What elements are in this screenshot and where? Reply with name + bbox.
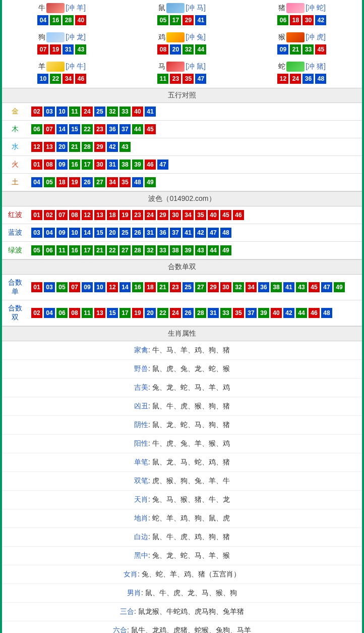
attr-key: 野兽	[134, 364, 148, 373]
zodiac-title: 蛇[冲 猪]	[242, 62, 362, 72]
number-ball: 14	[119, 282, 131, 292]
number-ball: 36	[107, 124, 118, 134]
number-ball: 46	[309, 308, 320, 318]
number-ball: 42	[195, 228, 206, 238]
number-ball: 15	[107, 308, 118, 318]
number-ball: 12	[82, 210, 93, 220]
attr-key: 家禽	[134, 346, 148, 354]
number-ball: 24	[145, 210, 156, 220]
row-nums: 06071415222336374445	[28, 121, 362, 138]
number-ball: 09	[82, 282, 93, 292]
zodiac-chong: [冲 牛]	[66, 62, 86, 70]
number-ball: 25	[94, 107, 105, 117]
number-ball: 34	[183, 210, 194, 220]
attr-row: 单笔: 鼠、龙、马、蛇、鸡、猪	[2, 453, 362, 472]
number-ball: 37	[246, 308, 257, 318]
number-ball: 09	[56, 160, 68, 170]
attr-key: 吉美	[134, 383, 148, 391]
zodiac-nums: 05172941	[122, 15, 242, 25]
number-ball: 20	[56, 142, 68, 152]
number-ball: 14	[82, 228, 93, 238]
number-ball: 39	[183, 245, 194, 255]
number-ball: 18	[56, 177, 68, 187]
zodiac-cell: 马[冲 鼠]11233547	[122, 59, 242, 88]
number-ball: 05	[157, 15, 168, 25]
number-ball: 43	[119, 142, 131, 152]
bose-row: 蓝波03040910141520252631363741424748	[2, 224, 362, 242]
wuxing-table: 金02031011242532334041木060714152223363744…	[2, 103, 362, 191]
attr-row: 男肖: 鼠、牛、虎、龙、马、猴、狗	[2, 584, 362, 603]
attr-value: 蛇、羊、鸡、狗、鼠、虎	[152, 514, 230, 522]
attrs-list: 家禽: 牛、马、羊、鸡、狗、猪野兽: 鼠、虎、兔、龙、蛇、猴吉美: 兔、龙、蛇、…	[2, 341, 362, 633]
ic-goat-icon	[46, 62, 65, 72]
number-ball: 03	[44, 107, 55, 117]
section-header-bose: 波色（014902.com）	[2, 191, 362, 206]
number-ball: 11	[82, 308, 93, 318]
number-ball: 45	[309, 282, 320, 292]
attr-key: 单笔	[134, 458, 148, 466]
number-ball: 17	[82, 160, 93, 170]
number-ball: 09	[277, 44, 288, 55]
zodiac-grid: 牛[冲 羊]04162840鼠[冲 马]05172941猪[冲 蛇]061830…	[2, 0, 362, 88]
attr-sep: :	[148, 477, 152, 485]
number-ball: 41	[195, 15, 206, 25]
attr-row: 家禽: 牛、马、羊、鸡、狗、猪	[2, 341, 362, 360]
number-ball: 14	[56, 124, 68, 134]
zodiac-name: 马	[158, 62, 165, 70]
number-ball: 10	[37, 74, 48, 84]
attr-sep: :	[141, 589, 145, 597]
number-ball: 35	[233, 308, 244, 318]
number-ball: 13	[94, 210, 105, 220]
zodiac-nums: 07193143	[2, 44, 122, 55]
number-ball: 44	[195, 44, 206, 55]
ic-dog-icon	[46, 32, 65, 42]
number-ball: 10	[94, 282, 105, 292]
attr-value: 兔、龙、蛇、马、羊、猴	[152, 551, 230, 559]
number-ball: 49	[334, 282, 345, 292]
number-ball: 01	[31, 210, 42, 220]
attr-key: 黑中	[134, 551, 148, 559]
row-label: 合数单	[2, 275, 28, 300]
number-ball: 23	[132, 210, 143, 220]
row-nums: 05061116172122272832333839434449	[28, 242, 362, 259]
number-ball: 46	[145, 160, 156, 170]
number-ball: 44	[296, 308, 307, 318]
number-ball: 25	[183, 282, 194, 292]
number-ball: 07	[37, 44, 48, 55]
attr-sep: :	[134, 607, 138, 615]
attr-value: 鼠、虎、兔、龙、蛇、猴	[152, 364, 230, 373]
attr-sep: :	[148, 346, 152, 354]
number-ball: 30	[220, 282, 231, 292]
zodiac-title: 牛[冲 羊]	[2, 3, 122, 13]
number-ball: 32	[233, 282, 244, 292]
number-ball: 48	[220, 228, 231, 238]
number-ball: 43	[296, 282, 307, 292]
number-ball: 38	[271, 282, 282, 292]
row-nums: 04051819262734354849	[28, 174, 362, 191]
number-ball: 15	[94, 228, 105, 238]
number-ball: 17	[82, 245, 93, 255]
zodiac-title: 猪[冲 蛇]	[242, 3, 362, 13]
number-ball: 28	[63, 15, 74, 25]
ic-ox-icon	[46, 3, 65, 13]
number-ball: 40	[271, 308, 282, 318]
ic-rooster-icon	[166, 32, 185, 42]
row-label: 红波	[2, 206, 28, 224]
number-ball: 13	[44, 142, 55, 152]
number-ball: 11	[69, 107, 80, 117]
attr-key: 地肖	[134, 514, 148, 522]
number-ball: 31	[63, 44, 74, 55]
number-ball: 30	[170, 210, 181, 220]
attr-row: 女肖: 兔、蛇、羊、鸡、猪（五宫肖）	[2, 565, 362, 584]
attr-sep: :	[148, 383, 152, 391]
number-ball: 31	[208, 308, 219, 318]
number-ball: 02	[44, 210, 55, 220]
number-ball: 36	[157, 228, 168, 238]
number-ball: 22	[82, 124, 93, 134]
number-ball: 47	[157, 160, 168, 170]
attr-sep: :	[148, 551, 152, 559]
number-ball: 20	[107, 228, 118, 238]
section-header-shuxing: 生肖属性	[2, 326, 362, 341]
number-ball: 45	[315, 44, 326, 55]
number-ball: 17	[170, 15, 181, 25]
